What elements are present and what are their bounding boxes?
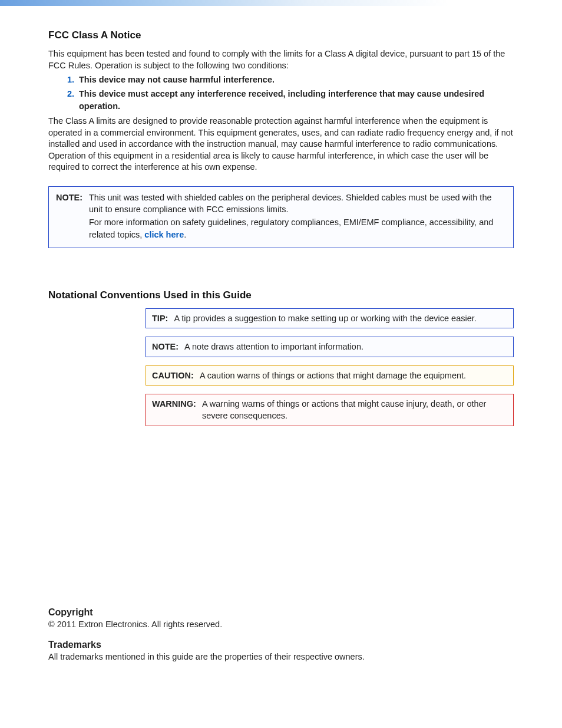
note-convention-box: NOTE: A note draws attention to importan… xyxy=(146,337,514,357)
note-content: This unit was tested with shielded cable… xyxy=(89,192,506,242)
conventions-section: Notational Conventions Used in this Guid… xyxy=(48,289,514,426)
tip-text: A tip provides a suggestion to make sett… xyxy=(174,312,507,324)
note-label: NOTE: xyxy=(56,192,89,242)
list-text: This device may not cause harmful interf… xyxy=(79,74,514,85)
caution-box: CAUTION: A caution warns of things or ac… xyxy=(146,365,514,386)
tip-box: TIP: A tip provides a suggestion to make… xyxy=(146,308,514,328)
conventions-heading: Notational Conventions Used in this Guid… xyxy=(48,289,514,301)
click-here-link[interactable]: click here xyxy=(144,230,184,239)
fcc-heading: FCC Class A Notice xyxy=(48,29,514,41)
trademarks-heading: Trademarks xyxy=(48,640,514,650)
page-content: FCC Class A Notice This equipment has be… xyxy=(0,29,562,426)
note-box: NOTE: This unit was tested with shielded… xyxy=(48,186,514,248)
copyright-heading: Copyright xyxy=(48,607,514,618)
fcc-condition-2: 2. This device must accept any interfere… xyxy=(67,88,514,112)
caution-label: CAUTION: xyxy=(152,370,194,381)
warning-text: A warning warns of things or actions tha… xyxy=(202,398,507,422)
note-line-1: This unit was tested with shielded cable… xyxy=(89,192,506,216)
fcc-paragraph-2: The Class A limits are designed to provi… xyxy=(48,116,514,173)
note-line-2b: . xyxy=(184,230,186,239)
list-text: This device must accept any interference… xyxy=(79,88,514,112)
footer-section: Copyright © 2011 Extron Electronics. All… xyxy=(48,598,514,663)
note-convention-label: NOTE: xyxy=(152,341,178,353)
note-convention-text: A note draws attention to important info… xyxy=(184,341,507,353)
fcc-intro: This equipment has been tested and found… xyxy=(48,48,514,71)
tip-label: TIP: xyxy=(152,312,168,324)
caution-text: A caution warns of things or actions tha… xyxy=(200,370,507,381)
fcc-conditions-list: 1. This device may not cause harmful int… xyxy=(67,74,514,112)
warning-label: WARNING: xyxy=(152,398,196,422)
header-gradient-bar xyxy=(0,0,562,6)
copyright-text: © 2011 Extron Electronics. All rights re… xyxy=(48,619,514,631)
list-number: 2. xyxy=(67,88,79,112)
fcc-condition-1: 1. This device may not cause harmful int… xyxy=(67,74,514,85)
trademarks-text: All trademarks mentioned in this guide a… xyxy=(48,651,514,663)
warning-box: WARNING: A warning warns of things or ac… xyxy=(146,394,514,426)
note-line-2: For more information on safety guideline… xyxy=(89,216,506,241)
list-number: 1. xyxy=(67,74,79,85)
